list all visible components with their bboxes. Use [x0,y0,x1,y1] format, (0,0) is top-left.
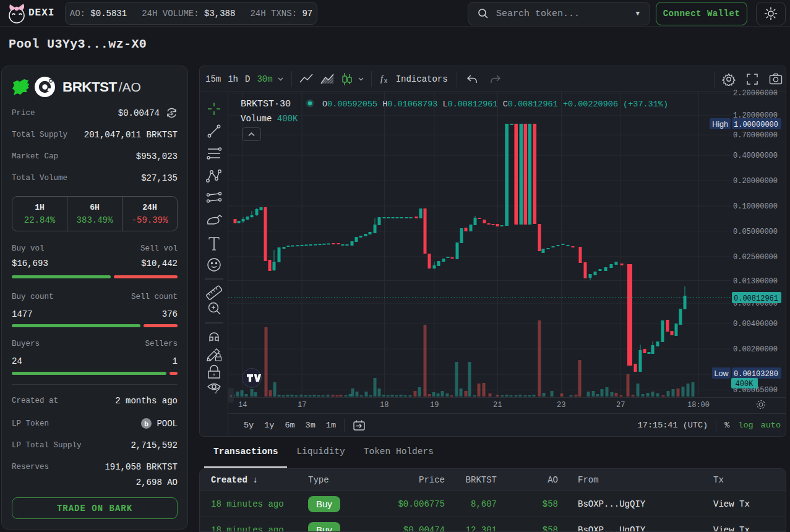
svg-text:0.20000000: 0.20000000 [733,177,778,186]
svg-text:b: b [145,420,149,427]
svg-text:400K: 400K [736,380,754,388]
svg-text:BRKTST·30: BRKTST·30 [241,99,291,109]
svg-text:0.02500000: 0.02500000 [733,253,778,262]
svg-text:0.00400000: 0.00400000 [733,320,778,328]
svg-text:0.10000000: 0.10000000 [733,202,778,211]
svg-text:Low: Low [715,369,729,378]
svg-text:0.70000000: 0.70000000 [733,131,778,140]
svg-text:0.00200000: 0.00200000 [733,345,778,354]
svg-text:0.01300000: 0.01300000 [733,277,778,286]
svg-text:$: $ [170,111,174,117]
svg-text:0.00103280: 0.00103280 [734,370,778,379]
svg-text:x: x [384,77,387,84]
svg-text:0.05000000: 0.05000000 [733,228,778,236]
svg-text:0.40000000: 0.40000000 [733,152,778,160]
svg-text:High: High [712,120,728,129]
svg-text:Volume 400K: Volume 400K [241,114,298,124]
svg-text:O0.00592055 H0.01068793 L0.008: O0.00592055 H0.01068793 L0.00812961 C0.0… [322,100,668,109]
svg-text:0.00812961: 0.00812961 [734,294,778,303]
svg-text:1.00000000: 1.00000000 [734,121,778,129]
